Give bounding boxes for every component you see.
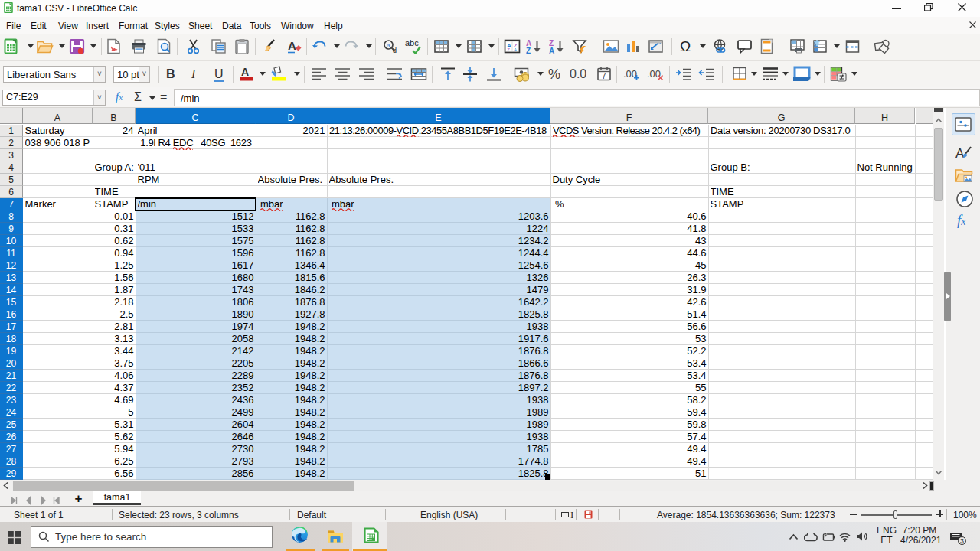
svg-text:abc: abc xyxy=(405,38,419,47)
svg-text:A: A xyxy=(549,47,554,55)
svg-text:Z: Z xyxy=(526,47,531,55)
svg-text:A: A xyxy=(241,66,249,78)
svg-text:d: d xyxy=(393,47,397,54)
svg-text:7: 7 xyxy=(602,72,606,80)
svg-text:Ω: Ω xyxy=(680,38,691,54)
svg-text:a: a xyxy=(387,42,390,49)
svg-text:.00: .00 xyxy=(647,68,661,80)
svg-text:A: A xyxy=(956,146,965,161)
svg-text:A: A xyxy=(288,39,296,52)
svg-text:A: A xyxy=(514,47,517,52)
svg-text:Z: Z xyxy=(507,47,510,52)
